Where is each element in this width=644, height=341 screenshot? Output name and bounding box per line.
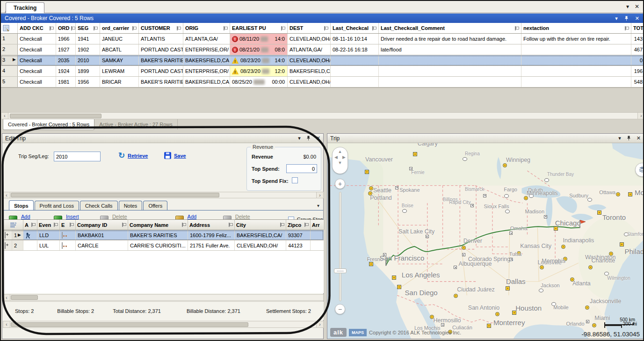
grid-customize-button[interactable] bbox=[1, 23, 18, 33]
tab-tracking[interactable]: Tracking bbox=[6, 2, 44, 13]
chevron-down-icon[interactable]: ▾ bbox=[626, 3, 629, 10]
column-pin-icon[interactable] bbox=[372, 26, 376, 30]
cell-add-ckc[interactable]: Checkcall bbox=[18, 44, 56, 55]
top-spend-input[interactable] bbox=[286, 164, 317, 173]
column-pin-icon[interactable] bbox=[54, 223, 58, 227]
calendar-icon[interactable] bbox=[62, 242, 63, 249]
expand-cell[interactable] bbox=[3, 230, 12, 240]
tab-offers[interactable]: Offers bbox=[143, 201, 167, 210]
chevron-down-icon[interactable]: ▾ bbox=[618, 135, 621, 141]
column-header-earliest-pu[interactable]: EARLIEST PU bbox=[230, 23, 288, 33]
pan-left-icon[interactable]: ◀ bbox=[334, 155, 338, 160]
row-header[interactable]: 1▶ bbox=[12, 230, 23, 240]
scroll-left-arrow[interactable]: ‹ bbox=[3, 192, 10, 198]
zoom-slider-handle[interactable] bbox=[334, 268, 347, 273]
row-header[interactable]: 3▶ bbox=[1, 55, 18, 65]
expand-cell[interactable] bbox=[3, 240, 12, 250]
scroll-thumb[interactable] bbox=[11, 322, 248, 327]
calendar-icon[interactable] bbox=[62, 232, 63, 239]
pin-icon[interactable] bbox=[627, 136, 631, 141]
view-tab-active[interactable]: Active - Broker Active : 27 Rows bbox=[94, 119, 178, 130]
column-pin-icon[interactable] bbox=[182, 223, 186, 227]
close-icon[interactable]: ✕ bbox=[637, 135, 641, 141]
row-header[interactable]: 5 bbox=[1, 77, 18, 87]
cell-add-ckc[interactable]: Checkcall bbox=[18, 77, 56, 87]
column-pin-icon[interactable] bbox=[224, 26, 228, 30]
tracking-row-2[interactable]: 2 Checkcall 1927 1902 ABCATL PORTLAND CA… bbox=[1, 44, 644, 55]
column-pin-icon[interactable] bbox=[515, 26, 519, 30]
expand-plus-icon[interactable] bbox=[5, 242, 6, 249]
column-header-company-name[interactable]: Company Name bbox=[128, 220, 188, 230]
column-header-last-checkcal[interactable]: Last_Checkcal bbox=[331, 23, 379, 33]
pan-up-icon[interactable]: ▲ bbox=[333, 149, 347, 154]
column-header-ord[interactable]: ORD bbox=[56, 23, 76, 33]
column-pin-icon[interactable] bbox=[94, 26, 98, 30]
top-spend-fix-checkbox[interactable] bbox=[292, 177, 298, 183]
tab-profit-and-loss[interactable]: Profit and Loss bbox=[35, 201, 79, 210]
column-pin-icon[interactable] bbox=[31, 223, 36, 227]
column-pin-icon[interactable] bbox=[71, 26, 75, 30]
view-tab-covered[interactable]: Covered - Broker Covered : 5 Rows bbox=[3, 119, 94, 130]
stops-customize-button[interactable] bbox=[3, 220, 23, 230]
stops-row-2[interactable]: 2 LUL CARCLE CARRIE'S CURIOSITI... 21751… bbox=[3, 240, 324, 251]
column-header-tot[interactable]: TOT bbox=[631, 23, 644, 33]
column-header-company-id[interactable]: Company ID bbox=[76, 220, 128, 230]
row-header[interactable]: 1 bbox=[1, 34, 18, 44]
column-header-dest[interactable]: DEST bbox=[288, 23, 331, 33]
column-pin-icon[interactable] bbox=[625, 26, 629, 30]
cell-add-ckc[interactable]: Checkcall bbox=[18, 34, 56, 44]
close-icon[interactable]: ✕ bbox=[635, 15, 639, 22]
scroll-left-arrow[interactable]: ‹ bbox=[3, 321, 10, 327]
expand-plus-icon[interactable] bbox=[5, 232, 6, 239]
column-header-seg[interactable]: SEG bbox=[76, 23, 100, 33]
zoom-out-button[interactable]: − bbox=[335, 304, 345, 314]
cell-add-ckc[interactable]: Checkcall bbox=[18, 66, 56, 76]
map-pan-control[interactable]: ▲ ◀▶ ▼ bbox=[332, 147, 348, 174]
pan-down-icon[interactable]: ▼ bbox=[333, 160, 347, 165]
column-header-even[interactable]: Even bbox=[37, 220, 60, 230]
column-pin-icon[interactable] bbox=[70, 223, 74, 227]
save-link[interactable]: Save bbox=[174, 153, 186, 159]
scroll-thumb[interactable] bbox=[10, 114, 101, 118]
pin-icon[interactable] bbox=[624, 16, 629, 21]
scroll-right-arrow[interactable]: › bbox=[316, 192, 323, 198]
close-icon[interactable]: ✕ bbox=[635, 3, 639, 10]
chevron-down-icon[interactable]: ▾ bbox=[298, 135, 301, 141]
column-header-ord-carrier[interactable]: ord_carrier bbox=[100, 23, 139, 33]
retrieve-link[interactable]: Retrieve bbox=[128, 153, 148, 159]
column-pin-icon[interactable] bbox=[50, 26, 54, 30]
column-header-e[interactable]: E bbox=[60, 220, 76, 230]
pan-right-icon[interactable]: ▶ bbox=[342, 155, 346, 160]
column-header-city[interactable]: City bbox=[235, 220, 286, 230]
column-pin-icon[interactable] bbox=[229, 223, 233, 227]
column-header-arr[interactable]: Arr bbox=[311, 220, 325, 230]
column-header-last-checkcall-comment[interactable]: Last_Checkcall_Comment bbox=[379, 23, 521, 33]
column-pin-icon[interactable] bbox=[280, 223, 284, 227]
scroll-thumb[interactable] bbox=[11, 193, 219, 197]
column-header-add-ckc[interactable]: ADD CKC bbox=[18, 23, 56, 33]
row-header[interactable]: 4 bbox=[1, 66, 18, 76]
column-header-address[interactable]: Address bbox=[188, 220, 235, 230]
chevron-down-icon[interactable]: ▾ bbox=[317, 203, 319, 210]
chevron-down-icon[interactable]: ▾ bbox=[615, 15, 618, 22]
tab-stops[interactable]: Stops bbox=[9, 200, 34, 210]
column-pin-icon[interactable] bbox=[132, 26, 137, 30]
zoom-slider-track[interactable] bbox=[339, 192, 341, 301]
scroll-left-arrow[interactable]: ‹ bbox=[1, 113, 8, 119]
column-header-customer[interactable]: CUSTOMER bbox=[139, 23, 183, 33]
scroll-right-arrow[interactable]: › bbox=[637, 113, 644, 119]
tracking-row-4[interactable]: 4 Checkcall 1924 1899 LEWRAM PORTLAND CA… bbox=[1, 66, 644, 77]
close-icon[interactable]: ✕ bbox=[316, 135, 320, 141]
row-header[interactable]: 2 bbox=[1, 44, 18, 55]
pin-icon[interactable] bbox=[306, 136, 311, 141]
scroll-thumb[interactable] bbox=[11, 295, 38, 300]
tab-notes[interactable]: Notes bbox=[119, 201, 143, 210]
scroll-right-arrow[interactable]: › bbox=[316, 321, 323, 327]
column-header-a[interactable]: A bbox=[23, 220, 37, 230]
column-pin-icon[interactable] bbox=[281, 26, 285, 30]
tab-check-calls[interactable]: Check Calls bbox=[80, 201, 118, 210]
tracking-row-1[interactable]: 1 Checkcall 1966 1941 JANEUC ATLANTIS AT… bbox=[1, 34, 644, 44]
column-pin-icon[interactable] bbox=[177, 26, 181, 30]
column-pin-icon[interactable] bbox=[324, 26, 328, 30]
column-header-zipco[interactable]: Zipco bbox=[286, 220, 311, 230]
